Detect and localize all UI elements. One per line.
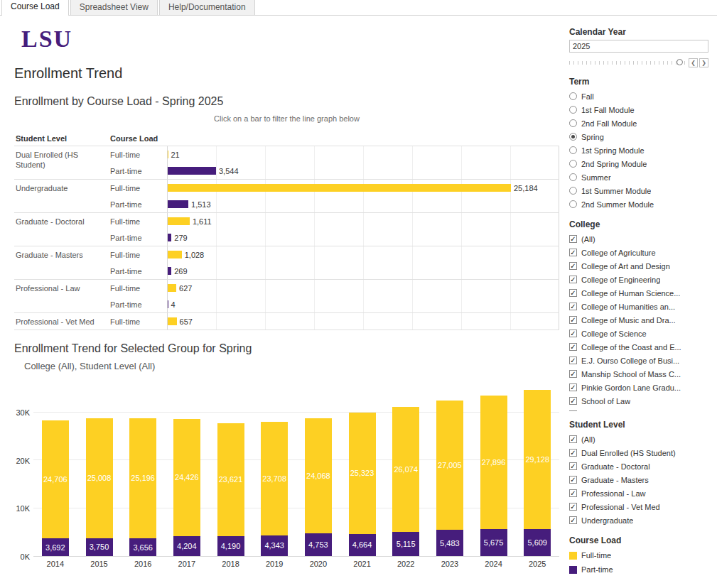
bar-dual-enrolled-hs-student-full-time[interactable] [168, 151, 168, 158]
term-label: Term [569, 77, 710, 87]
radio-icon [569, 200, 577, 208]
checkbox-label: College of the Coast and E... [581, 343, 681, 352]
checkbox-student-level-professional-law[interactable]: ✓Professional - Law [569, 486, 710, 500]
checkbox-college-college-of-science[interactable]: ✓College of Science [569, 327, 710, 340]
trend-bar-2023[interactable]: 27,0055,483 [436, 381, 463, 556]
checkbox-student-level-dual-enrolled-hs-student[interactable]: ✓Dual Enrolled (HS Student) [569, 446, 710, 459]
radio-label: 2nd Summer Module [581, 200, 654, 209]
bar-cell: 21 [167, 146, 559, 163]
radio-2nd-summer-module[interactable]: 2nd Summer Module [569, 197, 710, 211]
trend-bar-2019[interactable]: 23,7084,343 [261, 381, 288, 556]
radio-1st-spring-module[interactable]: 1st Spring Module [569, 143, 710, 157]
bar-professional-law-part-time[interactable] [168, 300, 168, 308]
checkbox-college-e-j-ourso-college-of-busi[interactable]: ✓E.J. Ourso College of Busi... [569, 354, 710, 367]
legend-item-part-time[interactable]: Part-time [569, 562, 710, 577]
slider-prev-icon[interactable]: ❮ [689, 58, 698, 67]
radio-spring[interactable]: Spring [569, 130, 710, 143]
bar-value-label: 657 [180, 317, 193, 326]
trend-bar-2014[interactable]: 24,7063,692 [42, 381, 69, 556]
radio-summer[interactable]: Summer [569, 170, 710, 184]
fulltime-value-label: 25,196 [131, 474, 155, 482]
trend-bar-2021[interactable]: 25,3234,664 [349, 381, 376, 556]
x-axis-label: 2018 [209, 560, 253, 568]
trend-slot: 24,4264,204 [165, 381, 209, 556]
bar-dual-enrolled-hs-student-part-time[interactable] [168, 167, 216, 175]
bar-graduate-masters-full-time[interactable] [168, 251, 182, 258]
trend-y-axis: 0K10K20K30K [14, 381, 31, 557]
trend-bar-2020[interactable]: 24,0684,753 [305, 381, 332, 556]
student-level-filter: Student Level ✓(All)✓Dual Enrolled (HS S… [569, 420, 710, 527]
tab-spreadsheet-view[interactable]: Spreadsheet View [70, 0, 158, 15]
checkbox-student-level-graduate-doctoral[interactable]: ✓Graduate - Doctoral [569, 459, 710, 473]
bar-value-label: 1,513 [191, 200, 211, 209]
checkbox-college-college-of-the-coast-and-e[interactable]: ✓College of the Coast and E... [569, 340, 710, 354]
checkbox-college-school-of-law[interactable]: ✓School of Law [569, 394, 710, 408]
bar-graduate-doctoral-full-time[interactable] [168, 217, 190, 225]
checkbox-label: College of Human Science... [581, 289, 680, 298]
checkbox-college-college-of-agriculture[interactable]: ✓College of Agriculture [569, 246, 710, 259]
checkbox-college-college-of-art-and-design[interactable]: ✓College of Art and Design [569, 259, 710, 273]
trend-bar-2017[interactable]: 24,4264,204 [173, 381, 200, 556]
student-level-cell: Professional - Vet Med [14, 313, 110, 330]
radio-1st-fall-module[interactable]: 1st Fall Module [569, 103, 710, 116]
tab-help-documentation[interactable]: Help/Documentation [159, 0, 255, 15]
checkbox-label: E.J. Ourso College of Busi... [581, 356, 679, 365]
trend-slot: 25,1963,656 [121, 381, 165, 556]
radio-2nd-spring-module[interactable]: 2nd Spring Module [569, 157, 710, 170]
legend-item-full-time[interactable]: Full-time [569, 548, 710, 562]
calendar-year-slider[interactable]: ❮ ❯ [569, 57, 708, 68]
bar-graduate-doctoral-part-time[interactable] [168, 234, 171, 241]
checkbox-college-pinkie-gordon-lane-gradu[interactable]: ✓Pinkie Gordon Lane Gradu... [569, 381, 710, 394]
checkbox-college-college-of-humanities-an[interactable]: ✓College of Humanities an... [569, 300, 710, 313]
radio-1st-summer-module[interactable]: 1st Summer Module [569, 184, 710, 197]
radio-fall[interactable]: Fall [569, 89, 710, 103]
checkbox-college-all[interactable]: ✓(All) [569, 232, 710, 246]
trend-bar-2016[interactable]: 25,1963,656 [129, 381, 156, 556]
checkbox-college-college-of-engineering[interactable]: ✓College of Engineering [569, 273, 710, 286]
course-load-cell: Full-time [110, 246, 167, 263]
course-load-cell: Part-time [110, 229, 167, 246]
checkbox-icon: ✓ [569, 449, 577, 457]
trend-bar-2025[interactable]: 29,1285,609 [524, 381, 551, 556]
trend-x-axis: 2014201520162017201820192020202120222023… [33, 560, 559, 568]
trend-bar-2024[interactable]: 27,8965,675 [480, 381, 507, 556]
legend-label: Full-time [581, 551, 611, 560]
radio-icon [569, 133, 577, 141]
checkbox-student-level-all[interactable]: ✓(All) [569, 432, 710, 446]
checkbox-student-level-professional-vet-med[interactable]: ✓Professional - Vet Med [569, 500, 710, 513]
checkbox-college-school-of-veterinary-medi[interactable]: ✓School of Veterinary Medi... [569, 408, 710, 411]
bar-professional-vet-med-full-time[interactable] [168, 317, 177, 325]
slider-handle[interactable] [676, 59, 683, 65]
bar-professional-law-full-time[interactable] [168, 284, 176, 292]
bar-cell: 1,611 [167, 213, 559, 229]
checkbox-college-manship-school-of-mass-c[interactable]: ✓Manship School of Mass C... [569, 367, 710, 381]
lsu-logo: LSU [21, 26, 72, 53]
tab-bar: Course LoadSpreadsheet ViewHelp/Document… [0, 0, 717, 16]
radio-2nd-fall-module[interactable]: 2nd Fall Module [569, 116, 710, 130]
checkbox-college-college-of-music-and-dra[interactable]: ✓College of Music and Dra... [569, 313, 710, 327]
trend-bar-2022[interactable]: 26,0745,115 [392, 381, 419, 556]
fulltime-value-label: 26,074 [394, 465, 418, 474]
bar-value-label: 21 [171, 151, 180, 159]
trend-bar-2015[interactable]: 25,0083,750 [86, 381, 113, 556]
table-row: Professional - Vet MedFull-time657 [14, 313, 559, 330]
bar-undergraduate-full-time[interactable] [168, 184, 511, 192]
bar-undergraduate-part-time[interactable] [168, 200, 188, 208]
parttime-segment: 4,753 [305, 533, 332, 556]
slider-next-icon[interactable]: ❯ [699, 58, 708, 67]
bar-graduate-masters-part-time[interactable] [168, 267, 171, 275]
fulltime-value-label: 24,426 [175, 473, 199, 481]
trend-bar-2018[interactable]: 23,6214,190 [217, 381, 244, 556]
checkbox-student-level-graduate-masters[interactable]: ✓Graduate - Masters [569, 473, 710, 486]
x-axis-label: 2024 [472, 560, 516, 568]
calendar-year-filter: Calendar Year ❮ ❯ [569, 27, 710, 68]
checkbox-college-college-of-human-science[interactable]: ✓College of Human Science... [569, 286, 710, 300]
tab-course-load[interactable]: Course Load [1, 0, 69, 16]
checkbox-student-level-undergraduate[interactable]: ✓Undergraduate [569, 513, 710, 527]
x-axis-label: 2025 [515, 560, 559, 568]
trend-slot: 23,6214,190 [209, 381, 253, 556]
calendar-year-input[interactable] [569, 40, 708, 53]
course-load-cell: Full-time [110, 146, 167, 163]
fulltime-segment: 24,426 [173, 419, 200, 536]
page-title: Enrollment Trend [14, 65, 122, 82]
